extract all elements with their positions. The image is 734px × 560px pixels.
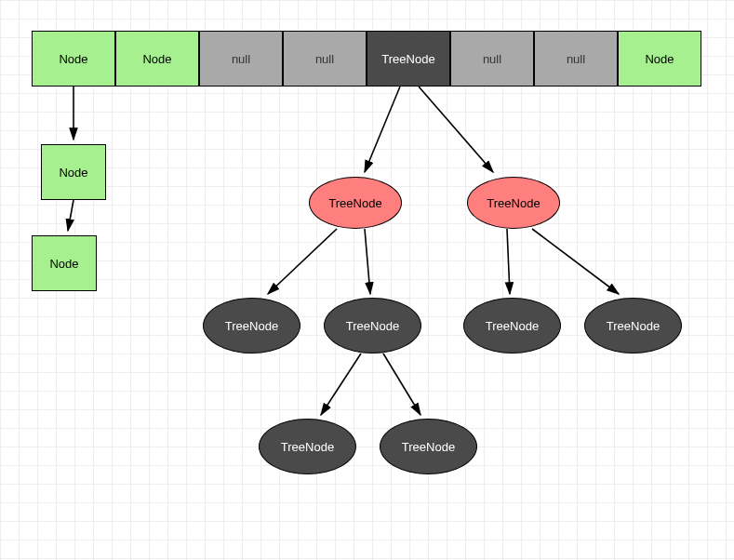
tree-node-l1-left: TreeNode <box>309 177 402 229</box>
svg-line-1 <box>68 200 73 231</box>
diagram-canvas: Node Node null null TreeNode null null N… <box>0 0 734 560</box>
hash-array: Node Node null null TreeNode null null N… <box>32 31 701 87</box>
tree-node-label: TreeNode <box>225 319 278 333</box>
array-cell-label: Node <box>142 52 171 66</box>
chain-node-label: Node <box>59 166 87 180</box>
array-cell-label: TreeNode <box>381 52 434 66</box>
svg-line-5 <box>365 229 370 294</box>
array-cell-label: null <box>567 52 585 66</box>
svg-line-7 <box>532 229 619 294</box>
array-cell-2: null <box>199 31 283 87</box>
tree-node-l1-right: TreeNode <box>467 177 560 229</box>
tree-node-l2-1: TreeNode <box>324 298 421 353</box>
tree-node-label: TreeNode <box>486 319 539 333</box>
array-cell-label: null <box>483 52 501 66</box>
tree-node-label: TreeNode <box>607 319 660 333</box>
svg-line-4 <box>268 229 337 294</box>
tree-node-l2-0: TreeNode <box>203 298 300 353</box>
tree-node-l2-3: TreeNode <box>584 298 682 353</box>
array-cell-4: TreeNode <box>367 31 450 87</box>
array-cell-label: Node <box>59 52 87 66</box>
tree-node-label: TreeNode <box>487 196 540 210</box>
svg-line-6 <box>507 229 510 294</box>
tree-node-l3-0: TreeNode <box>259 419 356 474</box>
array-cell-3: null <box>283 31 367 87</box>
tree-node-label: TreeNode <box>281 440 334 454</box>
svg-line-8 <box>321 353 361 415</box>
tree-node-label: TreeNode <box>328 196 381 210</box>
array-cell-label: null <box>315 52 334 66</box>
chain-node-1: Node <box>32 235 97 291</box>
svg-line-9 <box>383 353 420 415</box>
chain-node-label: Node <box>49 257 78 271</box>
tree-node-label: TreeNode <box>346 319 399 333</box>
tree-node-l2-2: TreeNode <box>463 298 561 353</box>
tree-node-label: TreeNode <box>402 440 455 454</box>
array-cell-label: null <box>232 52 250 66</box>
array-cell-1: Node <box>115 31 199 87</box>
array-cell-6: null <box>534 31 618 87</box>
array-cell-7: Node <box>618 31 701 87</box>
svg-line-2 <box>365 87 400 172</box>
svg-line-3 <box>419 87 493 172</box>
array-cell-label: Node <box>645 52 674 66</box>
chain-node-0: Node <box>41 144 106 200</box>
array-cell-5: null <box>450 31 534 87</box>
tree-node-l3-1: TreeNode <box>380 419 477 474</box>
array-cell-0: Node <box>32 31 115 87</box>
